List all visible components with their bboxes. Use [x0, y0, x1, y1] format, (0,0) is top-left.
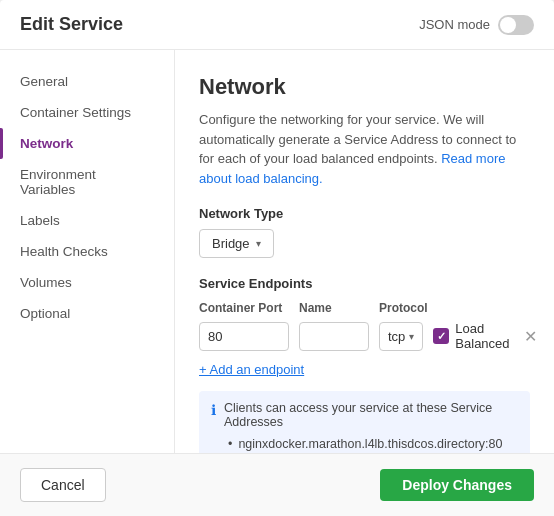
load-balanced-checkbox[interactable] — [433, 328, 449, 344]
deploy-changes-button[interactable]: Deploy Changes — [380, 469, 534, 501]
json-mode-switch[interactable] — [498, 15, 534, 35]
service-endpoints-label: Service Endpoints — [199, 276, 530, 291]
cancel-button[interactable]: Cancel — [20, 468, 106, 502]
info-content: Clients can access your service at these… — [224, 401, 518, 451]
sidebar-item-labels[interactable]: Labels — [0, 205, 174, 236]
modal-title: Edit Service — [20, 14, 123, 35]
chevron-down-icon: ▾ — [409, 331, 414, 342]
main-content: Network Configure the networking for you… — [175, 50, 554, 453]
load-balanced-checkbox-wrap[interactable]: Load Balanced — [433, 321, 509, 351]
sidebar-item-environment-variables[interactable]: Environment Variables — [0, 159, 174, 205]
protocol-value: tcp — [388, 329, 405, 344]
modal-body: General Container Settings Network Envir… — [0, 50, 554, 453]
sidebar-item-container-settings[interactable]: Container Settings — [0, 97, 174, 128]
modal-footer: Cancel Deploy Changes — [0, 453, 554, 516]
container-port-input[interactable] — [199, 322, 289, 351]
endpoint-column-headers: Container Port Name Protocol — [199, 301, 530, 315]
sidebar-item-health-checks[interactable]: Health Checks — [0, 236, 174, 267]
sidebar: General Container Settings Network Envir… — [0, 50, 175, 453]
info-text: Clients can access your service at these… — [224, 401, 492, 429]
col-header-protocol: Protocol — [379, 301, 449, 315]
section-title: Network — [199, 74, 530, 100]
protocol-dropdown[interactable]: tcp ▾ — [379, 322, 423, 351]
network-type-value: Bridge — [212, 236, 250, 251]
section-description: Configure the networking for your servic… — [199, 110, 530, 188]
endpoint-name-input[interactable] — [299, 322, 369, 351]
add-endpoint-link[interactable]: + Add an endpoint — [199, 362, 304, 377]
service-addresses: nginxdocker.marathon.l4lb.thisdcos.direc… — [224, 437, 518, 451]
col-header-port: Container Port — [199, 301, 289, 315]
sidebar-item-volumes[interactable]: Volumes — [0, 267, 174, 298]
network-type-dropdown[interactable]: Bridge ▾ — [199, 229, 274, 258]
json-mode-label: JSON mode — [419, 17, 490, 32]
load-balanced-label: Load Balanced — [455, 321, 509, 351]
sidebar-item-optional[interactable]: Optional — [0, 298, 174, 329]
sidebar-item-general[interactable]: General — [0, 66, 174, 97]
remove-endpoint-button[interactable]: ✕ — [524, 327, 537, 346]
modal-header: Edit Service JSON mode — [0, 0, 554, 50]
info-icon: ℹ — [211, 402, 216, 418]
endpoint-row: tcp ▾ Load Balanced ✕ — [199, 321, 530, 351]
json-mode-toggle[interactable]: JSON mode — [419, 15, 534, 35]
address-item: nginxdocker.marathon.l4lb.thisdcos.direc… — [224, 437, 518, 451]
sidebar-item-network[interactable]: Network — [0, 128, 174, 159]
network-type-label: Network Type — [199, 206, 530, 221]
info-box: ℹ Clients can access your service at the… — [199, 391, 530, 453]
col-header-name: Name — [299, 301, 369, 315]
chevron-down-icon: ▾ — [256, 238, 261, 249]
